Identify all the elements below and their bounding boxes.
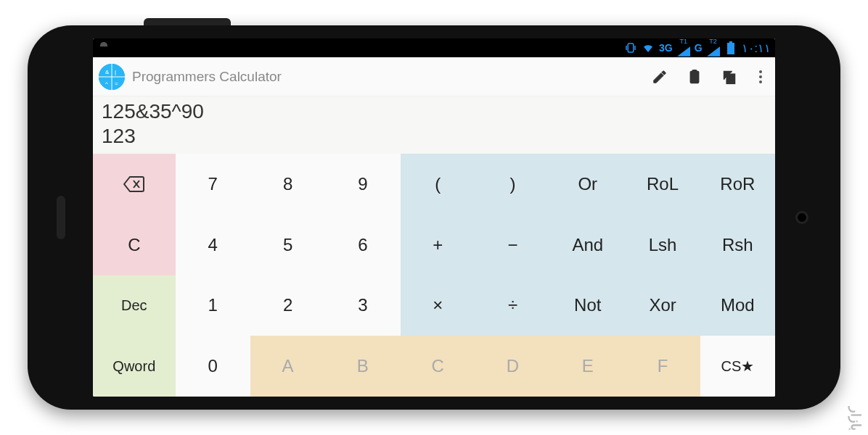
expression-text: 125&35^90: [102, 99, 766, 124]
app-actionbar: &|^= Programmers Calculator: [93, 57, 775, 96]
base-dec-button[interactable]: Dec: [93, 276, 176, 336]
svg-rect-2: [729, 41, 732, 43]
lparen-button[interactable]: (: [401, 154, 475, 215]
svg-text:^: ^: [105, 80, 108, 87]
keypad: 7 8 9 ( ) Or RoL RoR C 4 5 6 + − And Lsh…: [93, 154, 775, 397]
clock-label: ١٠:١١: [742, 41, 771, 55]
store-watermark: ﺑﺎزار: [848, 407, 864, 431]
rol-button[interactable]: RoL: [625, 154, 700, 215]
and-button[interactable]: And: [550, 215, 625, 276]
digit-4-button[interactable]: 4: [176, 215, 250, 276]
hex-d-button[interactable]: D: [475, 336, 550, 397]
network-g-label: G: [695, 42, 703, 54]
digit-5-button[interactable]: 5: [250, 215, 325, 276]
copy-icon[interactable]: [721, 69, 737, 85]
backspace-button[interactable]: [93, 154, 176, 215]
sim2-label: T2: [709, 38, 717, 45]
digit-2-button[interactable]: 2: [250, 276, 325, 336]
lsh-button[interactable]: Lsh: [625, 215, 700, 276]
digit-8-button[interactable]: 8: [250, 154, 325, 215]
digit-0-button[interactable]: 0: [176, 336, 250, 397]
app-title: Programmers Calculator: [132, 69, 644, 85]
hex-c-button[interactable]: C: [401, 336, 475, 397]
hex-e-button[interactable]: E: [550, 336, 625, 397]
svg-rect-9: [692, 70, 697, 72]
word-size-button[interactable]: Qword: [93, 336, 176, 397]
signal2-icon: [707, 45, 720, 58]
or-button[interactable]: Or: [550, 154, 625, 215]
clear-button[interactable]: C: [93, 215, 176, 276]
svg-rect-0: [628, 44, 634, 52]
plus-button[interactable]: +: [401, 215, 475, 276]
calculator-display: 125&35^90 123: [93, 96, 775, 154]
clipboard-icon[interactable]: [687, 69, 703, 85]
rparen-button[interactable]: ): [475, 154, 550, 215]
vibrate-icon: [624, 41, 637, 54]
overflow-menu-icon[interactable]: [756, 70, 765, 83]
rsh-button[interactable]: Rsh: [700, 215, 775, 276]
digit-3-button[interactable]: 3: [325, 276, 400, 336]
times-button[interactable]: ×: [401, 276, 475, 336]
battery-icon: [724, 41, 737, 54]
android-icon: [97, 41, 110, 54]
svg-text:|: |: [115, 69, 116, 75]
digit-7-button[interactable]: 7: [176, 154, 250, 215]
hex-a-button[interactable]: A: [250, 336, 325, 397]
cs-star-button[interactable]: CS★: [700, 336, 775, 397]
backspace-icon: [123, 175, 145, 193]
hex-b-button[interactable]: B: [325, 336, 400, 397]
sim1-label: T1: [679, 38, 687, 45]
svg-text:=: =: [115, 80, 118, 87]
minus-button[interactable]: −: [475, 215, 550, 276]
digit-9-button[interactable]: 9: [325, 154, 400, 215]
svg-text:&: &: [105, 69, 110, 75]
ror-button[interactable]: RoR: [700, 154, 775, 215]
network-3g-label: 3G: [659, 42, 673, 54]
wifi-icon: [642, 41, 655, 54]
hex-f-button[interactable]: F: [625, 336, 700, 397]
divide-button[interactable]: ÷: [475, 276, 550, 336]
android-statusbar: 3G T1 G T2 ١٠:١١: [93, 38, 775, 57]
svg-rect-1: [727, 43, 734, 54]
result-text: 123: [102, 124, 766, 149]
app-logo-icon: &|^=: [99, 64, 125, 90]
digit-6-button[interactable]: 6: [325, 215, 400, 276]
not-button[interactable]: Not: [550, 276, 625, 336]
digit-1-button[interactable]: 1: [176, 276, 250, 336]
device-speaker: [57, 196, 65, 239]
xor-button[interactable]: Xor: [625, 276, 700, 336]
edit-icon[interactable]: [652, 69, 668, 85]
signal1-icon: [677, 45, 690, 58]
mod-button[interactable]: Mod: [700, 276, 775, 336]
device-camera: [795, 211, 808, 224]
